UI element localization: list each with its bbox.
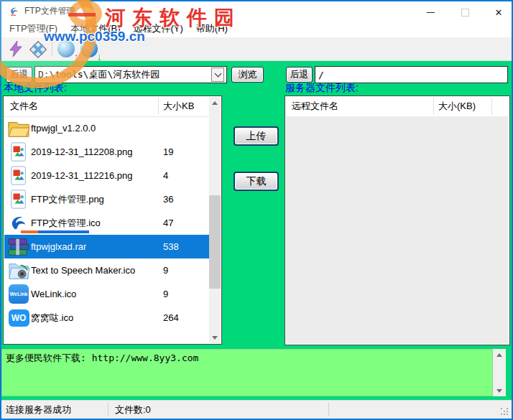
triangle-up-icon	[212, 101, 218, 105]
title-bar[interactable]: FTP文件管理 ✕	[1, 1, 512, 20]
window-border-top	[0, 0, 513, 1]
file-name: Text to Speech Maker.ico	[31, 265, 135, 276]
file-size: 36	[163, 194, 173, 205]
column-remote-filename[interactable]: 远程文件名	[292, 97, 338, 116]
connect-icon[interactable]	[7, 40, 26, 59]
file-name: FTP文件管理.ico	[31, 217, 101, 230]
globe-icon	[80, 40, 98, 57]
remote-file-list: 远程文件名 大小(KB)	[285, 95, 510, 345]
wo-icon: WO	[6, 307, 31, 329]
file-row[interactable]: WO 窝窝哒.ico 264	[4, 306, 209, 330]
local-file-list-body: ftpwjgl_v1.2.0.0 2019-12-31_112208.png 1…	[4, 116, 209, 330]
download-button[interactable]: 下载	[234, 172, 279, 191]
app-window: FTP文件管理 ✕ FTP管理(F) 本地文件(B) 远程文件(Y) 帮助(H)…	[0, 0, 513, 420]
minimize-icon	[427, 12, 435, 13]
file-row[interactable]: ftpwjglxad.rar 538	[4, 235, 209, 258]
disconnect-icon[interactable]	[29, 40, 47, 59]
file-name: FTP文件管理.png	[31, 193, 104, 206]
local-list-header: 文件名 大小KB	[4, 97, 221, 117]
local-list-label: 本地文件列表:	[4, 82, 67, 95]
column-divider	[433, 98, 434, 115]
file-name: 窝窝哒.ico	[31, 312, 73, 325]
file-row[interactable]: Text to Speech Maker.ico 9	[4, 258, 209, 282]
file-size: 264	[163, 312, 179, 323]
file-count: 文件数:0	[115, 401, 151, 419]
chevron-down-icon	[214, 70, 221, 78]
column-size[interactable]: 大小KB	[163, 97, 194, 116]
remote-file-list-body	[286, 116, 509, 344]
local-path-combobox[interactable]	[34, 66, 227, 83]
minimize-button[interactable]	[420, 3, 441, 22]
scroll-down-button[interactable]	[209, 332, 221, 343]
toolbar: ↑ ↓	[1, 37, 512, 61]
column-divider	[158, 98, 159, 115]
image-icon	[6, 165, 31, 187]
menu-remote-files[interactable]: 远程文件(Y)	[127, 20, 190, 37]
rar-icon	[6, 236, 31, 258]
upload-globe-icon[interactable]: ↑	[57, 40, 76, 59]
column-remote-size[interactable]: 大小(KB)	[438, 97, 476, 116]
remote-list-label: 服务器文件列表:	[285, 82, 359, 95]
toolbar-separator	[52, 41, 52, 57]
file-size: 19	[163, 146, 173, 157]
triangle-down-icon	[212, 336, 218, 340]
info-box-scrollbar[interactable]	[493, 349, 506, 396]
file-name: 2019-12-31_112208.png	[31, 146, 132, 157]
file-name: WeLink.ico	[31, 289, 76, 299]
upload-button[interactable]: 上传	[234, 126, 279, 146]
file-size: 538	[163, 241, 179, 252]
app-icon	[9, 6, 20, 17]
image-icon	[6, 189, 31, 210]
local-path-dropdown-button[interactable]	[211, 67, 224, 82]
file-row[interactable]: FTP文件管理.png 36	[4, 187, 209, 211]
column-filename[interactable]: 文件名	[10, 97, 38, 116]
download-globe-icon[interactable]: ↓	[80, 40, 99, 59]
file-row[interactable]: 2019-12-31_112208.png 19	[4, 140, 209, 164]
file-name: ftpwjglxad.rar	[31, 241, 86, 252]
close-button[interactable]: ✕	[488, 3, 509, 22]
resize-grip[interactable]	[501, 408, 508, 415]
local-back-button[interactable]: 后退	[6, 67, 32, 83]
welink-icon: WeLink	[6, 284, 31, 305]
file-row[interactable]: 2019-12-31_112216.png 4	[4, 164, 209, 187]
file-row[interactable]: WeLink WeLink.ico 9	[4, 282, 209, 306]
browse-button[interactable]: 浏览	[231, 67, 264, 83]
scroll-down-button[interactable]	[494, 385, 505, 396]
file-size: 47	[163, 218, 173, 228]
connection-status: 连接服务器成功	[6, 401, 71, 419]
file-size: 4	[163, 170, 168, 181]
local-file-list: 文件名 大小KB ftpwjgl_v1.2.0.0 2019-12-31_112…	[3, 95, 222, 345]
menu-ftp[interactable]: FTP管理(F)	[3, 20, 64, 37]
local-list-scrollbar[interactable]	[209, 97, 221, 343]
triangle-down-icon	[496, 389, 502, 393]
status-bar: 连接服务器成功 文件数:0	[1, 400, 512, 419]
file-row[interactable]: ftpwjgl_v1.2.0.0	[4, 116, 209, 140]
file-size: 9	[163, 265, 168, 276]
scroll-up-button[interactable]	[209, 97, 221, 108]
maximize-button[interactable]	[454, 3, 476, 22]
scrollbar-thumb[interactable]	[209, 195, 221, 289]
window-border-left	[0, 0, 1, 420]
globe-icon	[57, 40, 75, 57]
remote-list-header: 远程文件名 大小(KB)	[286, 97, 509, 117]
icon-accent-bar	[21, 230, 89, 233]
remote-back-button[interactable]: 后退	[286, 67, 313, 83]
menu-help[interactable]: 帮助(H)	[190, 20, 234, 37]
menu-bar: FTP管理(F) 本地文件(B) 远程文件(Y) 帮助(H)	[1, 20, 512, 37]
file-name: 2019-12-31_112216.png	[31, 170, 132, 181]
window-title: FTP文件管理	[24, 1, 75, 20]
status-divider	[108, 403, 108, 416]
menu-local-files[interactable]: 本地文件(B)	[64, 20, 126, 37]
speech-folder-icon	[6, 260, 31, 281]
status-divider	[328, 403, 329, 416]
remote-path-input[interactable]	[315, 66, 508, 83]
triangle-up-icon	[496, 353, 502, 357]
maximize-icon	[461, 9, 469, 17]
scroll-up-button[interactable]	[494, 349, 505, 360]
info-text: 更多便民软件下载: http://www.8yy3.com	[6, 353, 198, 363]
info-text-box: 更多便民软件下载: http://www.8yy3.com	[1, 349, 493, 396]
folder-icon	[6, 118, 31, 139]
file-name: ftpwjgl_v1.2.0.0	[31, 123, 96, 134]
column-divider	[491, 98, 492, 115]
image-icon	[6, 141, 31, 163]
